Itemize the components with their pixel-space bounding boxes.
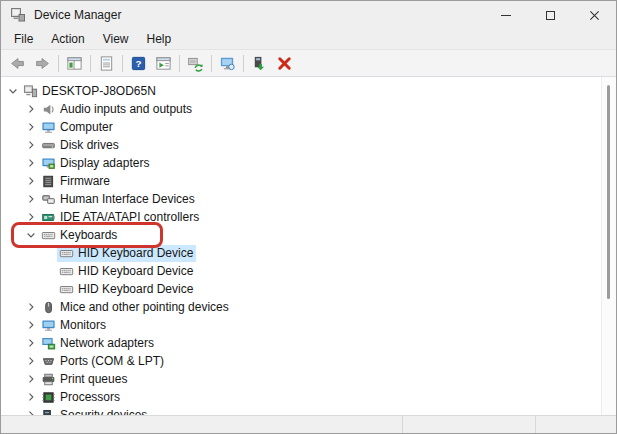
tree-item-label: HID Keyboard Device	[78, 246, 193, 260]
menu-file[interactable]: File	[5, 30, 42, 48]
tree-item-label: Mice and other pointing devices	[60, 300, 229, 314]
tree-item-processors[interactable]: Processors	[1, 388, 616, 406]
show-console-tree-button[interactable]	[62, 52, 87, 75]
uninstall-device-button[interactable]	[272, 52, 297, 75]
vertical-scrollbar[interactable]	[601, 77, 616, 415]
chevron-right-icon[interactable]	[23, 173, 39, 189]
tree-item-content: Security devices	[39, 407, 150, 416]
toolbar-separator	[179, 55, 180, 72]
svg-text:?: ?	[135, 58, 141, 69]
audio-icon	[40, 101, 56, 117]
tree-item-firmware[interactable]: Firmware	[1, 172, 616, 190]
tree-item-label: Security devices	[60, 408, 147, 415]
tree-item-hid-keyboard-device[interactable]: HID Keyboard Device	[1, 280, 616, 298]
action-pane-button[interactable]	[151, 52, 176, 75]
window-controls	[484, 1, 616, 29]
tree-item-content: Human Interface Devices	[39, 191, 198, 208]
tree-item-print-queues[interactable]: Print queues	[1, 370, 616, 388]
scan-hardware-changes-button[interactable]	[183, 52, 208, 75]
properties-button[interactable]	[94, 52, 119, 75]
tree-item-mice-and-other-pointing-devices[interactable]: Mice and other pointing devices	[1, 298, 616, 316]
tree-item-label: HID Keyboard Device	[78, 264, 193, 278]
export-list-icon	[155, 55, 172, 72]
keyboard-icon	[40, 227, 56, 243]
tree-item-keyboards[interactable]: Keyboards	[1, 226, 616, 244]
tree-item-content: Keyboards	[39, 227, 120, 244]
tree-item-content: HID Keyboard Device	[57, 263, 196, 280]
chevron-right-icon[interactable]	[23, 407, 39, 415]
scrollbar-thumb[interactable]	[607, 85, 610, 299]
chevron-right-icon[interactable]	[23, 389, 39, 405]
tree-item-display-adapters[interactable]: Display adapters	[1, 154, 616, 172]
chevron-spacer	[41, 263, 57, 279]
tree-item-human-interface-devices[interactable]: Human Interface Devices	[1, 190, 616, 208]
maximize-button[interactable]	[528, 1, 572, 29]
tree-item-network-adapters[interactable]: Network adapters	[1, 334, 616, 352]
chevron-right-icon[interactable]	[23, 209, 39, 225]
processor-icon	[40, 389, 56, 405]
tree-item-content: Disk drives	[39, 137, 122, 154]
tree-item-label: Print queues	[60, 372, 127, 386]
tree-item-label: Processors	[60, 390, 120, 404]
tree-item-label: Network adapters	[60, 336, 154, 350]
toolbar-separator	[243, 55, 244, 72]
titlebar: Device Manager	[1, 1, 616, 29]
tree-item-content: HID Keyboard Device	[57, 245, 196, 262]
tree-item-disk-drives[interactable]: Disk drives	[1, 136, 616, 154]
close-button[interactable]	[572, 1, 616, 29]
tree-item-computer[interactable]: Computer	[1, 118, 616, 136]
tree-item-content: HID Keyboard Device	[57, 281, 196, 298]
chevron-right-icon[interactable]	[23, 191, 39, 207]
chevron-down-icon[interactable]	[5, 83, 21, 99]
chevron-spacer	[41, 245, 57, 261]
help-button[interactable]: ?	[126, 52, 151, 75]
update-driver-button[interactable]	[215, 52, 240, 75]
menu-action[interactable]: Action	[42, 30, 93, 48]
tree-item-content: Computer	[39, 119, 116, 136]
tree-item-label: Firmware	[60, 174, 110, 188]
tree-item-content: Display adapters	[39, 155, 152, 172]
chevron-right-icon[interactable]	[23, 155, 39, 171]
chevron-right-icon[interactable]	[23, 299, 39, 315]
tree-item-label: Keyboards	[60, 228, 117, 242]
arrow-left-icon	[9, 55, 26, 72]
add-drivers-button[interactable]	[247, 52, 272, 75]
driver-arrow-icon	[251, 55, 268, 72]
tree-item-label: Audio inputs and outputs	[60, 102, 192, 116]
chevron-right-icon[interactable]	[23, 317, 39, 333]
menu-help[interactable]: Help	[138, 30, 181, 48]
tree-item-content: DESKTOP-J8OD65N	[21, 83, 159, 100]
tree-item-content: Network adapters	[39, 335, 157, 352]
toolbar-separator	[211, 55, 212, 72]
tree-item-security-devices[interactable]: Security devices	[1, 406, 616, 415]
chevron-right-icon[interactable]	[23, 119, 39, 135]
tree-item-content: Audio inputs and outputs	[39, 101, 195, 118]
device-tree: DESKTOP-J8OD65NAudio inputs and outputsC…	[1, 77, 616, 415]
window-title: Device Manager	[34, 8, 484, 22]
ports-icon	[40, 353, 56, 369]
statusbar	[1, 415, 616, 433]
tree-item-audio-inputs-and-outputs[interactable]: Audio inputs and outputs	[1, 100, 616, 118]
tree-item-desktop-j8od65n[interactable]: DESKTOP-J8OD65N	[1, 82, 616, 100]
tree-item-label: IDE ATA/ATAPI controllers	[60, 210, 199, 224]
statusbar-segment	[536, 416, 616, 433]
keyboard-icon	[58, 245, 74, 261]
tree-item-label: Computer	[60, 120, 113, 134]
menu-view[interactable]: View	[94, 30, 138, 48]
chevron-right-icon[interactable]	[23, 353, 39, 369]
tree-item-monitors[interactable]: Monitors	[1, 316, 616, 334]
tree-item-ports-com-lpt[interactable]: Ports (COM & LPT)	[1, 352, 616, 370]
chevron-right-icon[interactable]	[23, 335, 39, 351]
security-icon	[40, 407, 56, 415]
chevron-right-icon[interactable]	[23, 371, 39, 387]
chevron-right-icon[interactable]	[23, 137, 39, 153]
back-button[interactable]	[5, 52, 30, 75]
chevron-down-icon[interactable]	[23, 227, 39, 243]
forward-button[interactable]	[30, 52, 55, 75]
tree-item-hid-keyboard-device[interactable]: HID Keyboard Device	[1, 244, 616, 262]
tree-item-ide-ata-atapi-controllers[interactable]: IDE ATA/ATAPI controllers	[1, 208, 616, 226]
chevron-right-icon[interactable]	[23, 101, 39, 117]
statusbar-segment	[1, 416, 403, 433]
tree-item-hid-keyboard-device[interactable]: HID Keyboard Device	[1, 262, 616, 280]
minimize-button[interactable]	[484, 1, 528, 29]
